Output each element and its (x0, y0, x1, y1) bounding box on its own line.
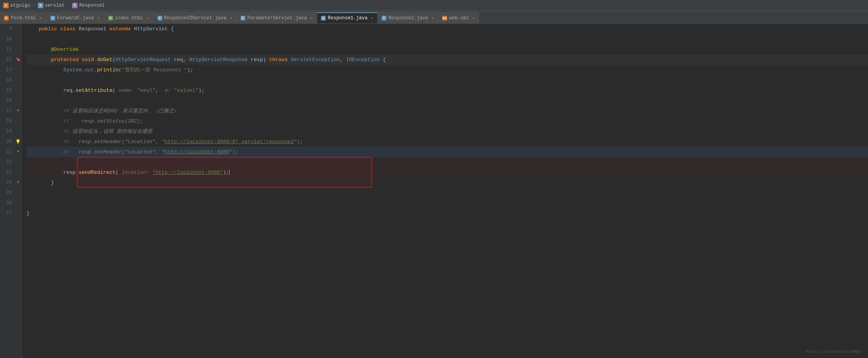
gutter-row-26: 26 (0, 198, 21, 208)
code-24-brace: } (51, 180, 54, 186)
tab-webxml[interactable]: xml web.xml ✕ (438, 12, 479, 23)
code-13-dot2: . (94, 67, 97, 73)
tab-parameter[interactable]: C ParameterServlet.java ✕ (237, 12, 317, 23)
tab-close-form[interactable]: ✕ (40, 16, 42, 21)
lightbulb-icon-20[interactable]: 💡 (15, 139, 21, 144)
tab-label-responseio: ResponseIOServlet.java (164, 15, 226, 21)
code-line-26 (26, 198, 868, 208)
line-num-10: 10 (0, 36, 15, 42)
code-12-doget: doGet (97, 57, 112, 63)
line-num-25: 25 (0, 190, 15, 196)
tab-close-response1[interactable]: ✕ (371, 16, 373, 21)
bookmark-icon-12: 🔖 (15, 57, 21, 62)
code-line-22 (26, 157, 868, 167)
line-num-23: 23 (0, 170, 15, 175)
code-editor[interactable]: public class Response1 extends HttpServl… (22, 24, 868, 358)
code-12-req: req, (171, 57, 189, 63)
line-num-22: 22 (0, 159, 15, 165)
fold-icon-24[interactable]: ▼ (15, 181, 21, 185)
tab-close-responseio[interactable]: ✕ (230, 16, 232, 21)
code-line-23: resp.sendRedirect( location: "http://loc… (26, 167, 868, 177)
title-bar: a atguigu › s servlet › C Response1 (0, 0, 868, 11)
tab-index-html[interactable]: H index.html ✕ (104, 12, 154, 23)
gutter-row-14: 14 (0, 75, 21, 85)
code-line-9: public class Response1 extends HttpServl… (26, 24, 868, 34)
code-line-15: req.setAttribute( name: "key1", o: "valu… (26, 85, 868, 95)
tab-forwardc[interactable]: C ForwardC.java ✕ (46, 12, 104, 23)
code-text-9d: class (60, 26, 76, 32)
gutter-row-16: 16 (0, 95, 21, 106)
gutter-row-22: 22 (0, 157, 21, 167)
tab-form-html[interactable]: H form.html ✕ (0, 12, 46, 23)
breadcrumb-response1: C Response1 (72, 3, 105, 8)
code-19-comment: // 设置响应头，说明 新的地址在哪里 (26, 128, 152, 135)
tab-response1[interactable]: C Response1.java ✕ (317, 12, 378, 23)
code-line-14 (26, 75, 868, 85)
code-18-comment: // resp.setStatus(302); (26, 118, 143, 124)
gutter-row-10: 10 (0, 34, 21, 44)
tab-bar: H form.html ✕ C ForwardC.java ✕ H index.… (0, 11, 868, 24)
breadcrumb-class: Response1 (79, 3, 105, 8)
tab-close-parameter[interactable]: ✕ (310, 16, 313, 21)
code-15-sp (134, 88, 137, 93)
code-13-sys: System (63, 67, 82, 73)
gutter-row-21: 21 ▼ (0, 147, 21, 157)
code-text-11b: @Override (51, 47, 78, 52)
code-text-9g: HttpServlet { (131, 26, 174, 32)
fold-icon-21[interactable]: ▼ (15, 150, 21, 154)
line-num-13: 13 (0, 67, 15, 73)
bottom-hint: http://localhost:8080 (805, 349, 860, 354)
breadcrumb-project: atguigu (10, 3, 30, 8)
gutter-row-12: 12 🔖 (0, 54, 21, 65)
tab-response2[interactable]: C Response2.java ✕ (378, 12, 438, 23)
tab-label-response2: Response2.java (388, 15, 428, 21)
code-line-16 (26, 95, 868, 106)
code-line-10 (26, 34, 868, 44)
code-15-val1: "value1" (174, 88, 198, 93)
code-23-indent (26, 170, 63, 175)
tab-close-forwardc[interactable]: ✕ (97, 16, 100, 21)
gutter-row-11: 11 (0, 44, 21, 54)
tab-close-index[interactable]: ✕ (147, 16, 149, 21)
code-20-comment1: // resp.setHeader("Location", " (26, 139, 165, 145)
line-num-21: 21 (0, 149, 15, 155)
fold-icon-17[interactable]: ▼ (15, 109, 21, 113)
code-12-protected: protected (51, 57, 78, 63)
code-line-19: // 设置响应头，说明 新的地址在哪里 (26, 126, 868, 136)
tab-label-parameter: ParameterServlet.java (247, 15, 307, 21)
code-line-20: // resp.setHeader("Location", "http://lo… (26, 136, 868, 147)
breadcrumb-servlet: s servlet (38, 3, 65, 8)
tab-icon-response2: C (382, 16, 386, 21)
code-15-req: req. (63, 88, 76, 93)
code-23-url: "http://localhost:8080" (152, 170, 223, 175)
gutter-row-13: 13 (0, 65, 21, 75)
tab-label-webxml: web.xml (449, 15, 469, 21)
tab-icon-parameter: C (241, 16, 245, 21)
gutter-row-15: 15 (0, 85, 21, 95)
code-13-str: "普到此一游 Response1 " (122, 66, 187, 73)
code-text-9f: extends (109, 26, 131, 32)
line-num-17: 17 (0, 108, 15, 114)
line-num-12: 12 (0, 57, 15, 62)
gutter-row-9: 9 (0, 24, 21, 34)
gutter-row-25: 25 (0, 188, 21, 198)
code-15-indent (26, 88, 63, 93)
code-13-dot1: . (82, 67, 85, 73)
code-12-void: void (82, 57, 94, 63)
code-20-comment2: "); (294, 139, 303, 145)
code-12-sp2 (94, 57, 97, 63)
tab-label-response1: Response1.java (328, 15, 367, 21)
code-23-resp: resp. (63, 170, 79, 175)
code-12-paren1: ( (113, 57, 116, 63)
tab-close-response2[interactable]: ✕ (432, 16, 434, 21)
code-12-se: ServletException (291, 57, 340, 63)
code-12-sp1 (79, 57, 82, 63)
code-line-25 (26, 188, 868, 198)
line-num-15: 15 (0, 88, 15, 93)
tab-responseio[interactable]: C ResponseIOServlet.java ✕ (154, 12, 237, 23)
code-13-indent (26, 67, 63, 73)
project-icon: a (3, 3, 9, 8)
line-num-16: 16 (0, 98, 15, 103)
tab-icon-form: H (4, 16, 9, 21)
tab-close-webxml[interactable]: ✕ (472, 16, 475, 21)
